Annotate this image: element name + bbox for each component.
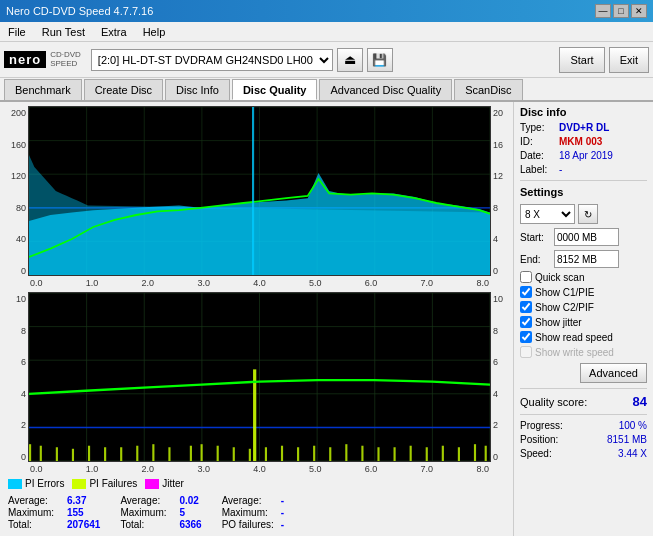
eject-icon[interactable]: ⏏	[337, 48, 363, 72]
quick-scan-checkbox[interactable]	[520, 271, 532, 283]
position-value: 8151 MB	[607, 434, 647, 445]
position-row: Position: 8151 MB	[520, 434, 647, 445]
speed-value: 3.44 X	[618, 448, 647, 459]
tab-benchmark[interactable]: Benchmark	[4, 79, 82, 100]
jitter-max: -	[281, 507, 284, 518]
pi-errors-avg: 6.37	[67, 495, 86, 506]
legend-pi-failures-label: PI Failures	[89, 478, 137, 489]
tab-disc-info[interactable]: Disc Info	[165, 79, 230, 100]
svg-rect-53	[265, 447, 267, 461]
svg-rect-51	[249, 449, 251, 461]
menu-help[interactable]: Help	[139, 24, 170, 40]
y-label-120: 120	[4, 171, 26, 181]
menu-file[interactable]: File	[4, 24, 30, 40]
title-text: Nero CD-DVD Speed 4.7.7.16	[6, 5, 153, 17]
pi-failures-stats: Average: 0.02 Maximum: 5 Total: 6366	[120, 495, 201, 530]
show-c2pif-checkbox[interactable]	[520, 301, 532, 313]
svg-rect-65	[458, 447, 460, 461]
maximize-button[interactable]: □	[613, 4, 629, 18]
svg-rect-67	[485, 446, 487, 461]
start-button[interactable]: Start	[559, 47, 604, 73]
svg-rect-64	[442, 446, 444, 461]
pi-errors-color	[8, 479, 22, 489]
svg-rect-44	[136, 446, 138, 461]
exit-button[interactable]: Exit	[609, 47, 649, 73]
show-write-speed-label: Show write speed	[535, 347, 614, 358]
start-mb-row: Start:	[520, 228, 647, 246]
y2-right-2: 2	[493, 420, 509, 430]
quality-score-value: 84	[633, 394, 647, 409]
disc-id-value: MKM 003	[559, 136, 602, 147]
svg-rect-45	[152, 444, 154, 461]
disc-type-row: Type: DVD+R DL	[520, 122, 647, 133]
legend-pi-errors: PI Errors	[8, 478, 64, 489]
jitter-color	[145, 479, 159, 489]
speed-select[interactable]: 8 X	[520, 204, 575, 224]
svg-rect-55	[297, 447, 299, 461]
show-jitter-checkbox[interactable]	[520, 316, 532, 328]
minimize-button[interactable]: —	[595, 4, 611, 18]
advanced-button[interactable]: Advanced	[580, 363, 647, 383]
y-label-160: 160	[4, 140, 26, 150]
y2-right-4: 4	[493, 389, 509, 399]
pi-errors-max: 155	[67, 507, 84, 518]
settings-title: Settings	[520, 186, 647, 198]
settings-refresh-btn[interactable]: ↻	[578, 204, 598, 224]
y2-right-6: 6	[493, 357, 509, 367]
y-label-0-top: 0	[4, 266, 26, 276]
svg-rect-60	[377, 447, 379, 461]
svg-rect-43	[120, 447, 122, 461]
menu-extra[interactable]: Extra	[97, 24, 131, 40]
svg-rect-49	[217, 446, 219, 461]
quality-score-label: Quality score:	[520, 396, 587, 408]
svg-rect-61	[394, 447, 396, 461]
end-input[interactable]	[554, 250, 619, 268]
disc-info-title: Disc info	[520, 106, 647, 118]
show-write-speed-row: Show write speed	[520, 346, 647, 358]
svg-rect-41	[88, 446, 90, 461]
quick-scan-label: Quick scan	[535, 272, 584, 283]
start-input[interactable]	[554, 228, 619, 246]
tab-create-disc[interactable]: Create Disc	[84, 79, 163, 100]
svg-rect-54	[281, 446, 283, 461]
y2-label-4: 4	[4, 389, 26, 399]
pi-failures-color	[72, 479, 86, 489]
disc-date-value: 18 Apr 2019	[559, 150, 613, 161]
tab-disc-quality[interactable]: Disc Quality	[232, 79, 318, 100]
svg-rect-63	[426, 447, 428, 461]
save-icon[interactable]: 💾	[367, 48, 393, 72]
show-c1pie-checkbox[interactable]	[520, 286, 532, 298]
disc-label-row: Label: -	[520, 164, 647, 175]
drive-select[interactable]: [2:0] HL-DT-ST DVDRAM GH24NSD0 LH00	[91, 49, 333, 71]
pi-errors-total-row: Total: 207641	[8, 519, 100, 530]
y-right-20: 20	[493, 108, 509, 118]
pi-errors-max-row: Maximum: 155	[8, 507, 100, 518]
svg-rect-40	[72, 449, 74, 461]
bottom-chart-svg	[29, 293, 490, 461]
jitter-avg-row: Average: -	[222, 495, 284, 506]
show-read-speed-checkbox[interactable]	[520, 331, 532, 343]
close-button[interactable]: ✕	[631, 4, 647, 18]
tab-advanced-disc-quality[interactable]: Advanced Disc Quality	[319, 79, 452, 100]
quick-scan-row: Quick scan	[520, 271, 647, 283]
y-right-8: 8	[493, 203, 509, 213]
y2-label-8: 8	[4, 326, 26, 336]
svg-rect-48	[201, 444, 203, 461]
progress-value: 100 %	[619, 420, 647, 431]
svg-rect-62	[410, 446, 412, 461]
y2-right-8: 8	[493, 326, 509, 336]
bottom-chart	[28, 292, 491, 462]
po-failures-row: PO failures: -	[222, 519, 284, 530]
jitter-stats: Average: - Maximum: - PO failures: -	[222, 495, 284, 530]
show-c2pif-row: Show C2/PIF	[520, 301, 647, 313]
pi-failures-max: 5	[179, 507, 185, 518]
svg-rect-59	[361, 446, 363, 461]
y-right-16: 16	[493, 140, 509, 150]
nero-sub: CD·DVDSPEED	[50, 51, 81, 69]
show-write-speed-checkbox[interactable]	[520, 346, 532, 358]
y-label-80: 80	[4, 203, 26, 213]
tab-scandisc[interactable]: ScanDisc	[454, 79, 522, 100]
jitter-avg: -	[281, 495, 284, 506]
menu-run-test[interactable]: Run Test	[38, 24, 89, 40]
quality-score-row: Quality score: 84	[520, 394, 647, 409]
